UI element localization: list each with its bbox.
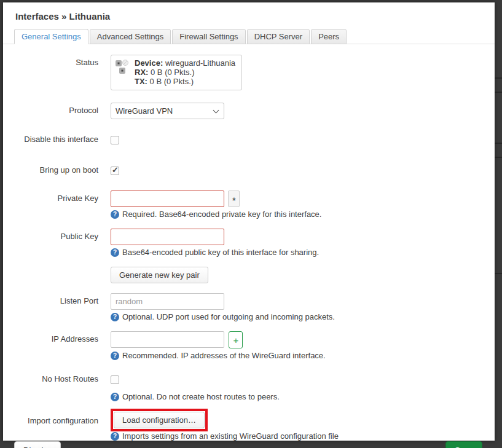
background-page-row-line bbox=[495, 157, 502, 158]
annotation-highlight-box: Load configuration… bbox=[111, 409, 208, 431]
save-button[interactable]: Save bbox=[445, 441, 482, 448]
tab-firewall-settings[interactable]: Firewall Settings bbox=[172, 29, 245, 44]
public-key-label: Public Key bbox=[3, 229, 111, 242]
private-key-label: Private Key bbox=[3, 191, 111, 203]
status-device-line: Device: wireguard-Lithuania bbox=[135, 58, 235, 68]
ip-addresses-row: IP Addresses + ? Recommended. IP address… bbox=[3, 331, 495, 361]
status-text: Device: wireguard-Lithuania RX: 0 B (0 P… bbox=[135, 58, 235, 86]
tab-peers[interactable]: Peers bbox=[311, 29, 347, 44]
protocol-label: Protocol bbox=[3, 103, 111, 116]
background-page-row-line bbox=[495, 77, 502, 79]
tunnel-interface-icon bbox=[115, 59, 131, 76]
tab-advanced-settings[interactable]: Advanced Settings bbox=[90, 29, 171, 44]
help-icon: ? bbox=[111, 248, 119, 257]
import-configuration-row: Import configuration Load configuration…… bbox=[3, 409, 495, 441]
status-rx-line: RX: 0 B (0 Pkts.) bbox=[135, 68, 235, 77]
no-host-routes-row: No Host Routes ? Optional. Do not create… bbox=[3, 374, 495, 402]
help-icon: ? bbox=[111, 210, 119, 219]
public-key-row: Public Key ? Base64-encoded public key o… bbox=[3, 229, 495, 257]
bring-up-on-boot-checkbox[interactable] bbox=[111, 167, 119, 175]
no-host-routes-help: ? Optional. Do not create host routes to… bbox=[111, 392, 495, 402]
listen-port-row: Listen Port ? Optional. UDP port used fo… bbox=[3, 293, 495, 322]
private-key-row: Private Key ∗ ? Required. Base64-encoded… bbox=[3, 191, 495, 219]
import-configuration-label: Import configuration bbox=[3, 409, 111, 426]
tab-general-settings[interactable]: General Settings bbox=[14, 29, 88, 44]
status-label: Status bbox=[3, 55, 111, 68]
public-key-input[interactable] bbox=[111, 229, 224, 245]
dismiss-button[interactable]: Dismiss bbox=[14, 441, 61, 448]
protocol-row: Protocol WireGuard VPN bbox=[3, 103, 495, 119]
public-key-help: ? Base64-encoded public key of this inte… bbox=[111, 248, 495, 257]
status-tx-line: TX: 0 B (0 Pkts.) bbox=[135, 77, 235, 86]
protocol-select[interactable]: WireGuard VPN bbox=[111, 103, 224, 119]
generate-key-row: Generate new key pair bbox=[3, 267, 495, 283]
ip-addresses-input[interactable] bbox=[111, 331, 224, 348]
import-configuration-help: ? Imports settings from an existing Wire… bbox=[111, 431, 495, 441]
tab-dhcp-server[interactable]: DHCP Server bbox=[247, 29, 310, 44]
status-box: Device: wireguard-Lithuania RX: 0 B (0 P… bbox=[111, 55, 242, 90]
no-host-routes-label: No Host Routes bbox=[3, 374, 111, 384]
protocol-selected-value: WireGuard VPN bbox=[116, 106, 173, 116]
listen-port-help-text: Optional. UDP port used for outgoing and… bbox=[122, 312, 335, 322]
generate-key-pair-button[interactable]: Generate new key pair bbox=[111, 267, 208, 283]
background-page-row-line bbox=[495, 143, 502, 144]
private-key-input[interactable] bbox=[111, 191, 224, 207]
bring-up-on-boot-label: Bring up on boot bbox=[3, 165, 111, 175]
status-row: Status Device: wireguard-Lithuania RX: 0… bbox=[3, 55, 495, 90]
help-icon: ? bbox=[111, 393, 119, 401]
bring-up-on-boot-row: Bring up on boot bbox=[3, 165, 495, 178]
page-title: Interfaces » Lithuania bbox=[3, 2, 495, 22]
interface-edit-dialog: Interfaces » Lithuania General SettingsA… bbox=[3, 2, 495, 441]
disable-interface-checkbox[interactable] bbox=[111, 136, 119, 144]
chevron-down-icon bbox=[213, 108, 219, 114]
ip-addresses-help: ? Recommended. IP addresses of the WireG… bbox=[111, 351, 495, 361]
no-host-routes-help-text: Optional. Do not create host routes to p… bbox=[122, 392, 280, 402]
listen-port-help: ? Optional. UDP port used for outgoing a… bbox=[111, 312, 495, 322]
background-page-row-line bbox=[495, 273, 502, 274]
no-host-routes-checkbox[interactable] bbox=[111, 375, 119, 384]
ip-addresses-help-text: Recommended. IP addresses of the WireGua… bbox=[122, 351, 326, 361]
add-ip-button[interactable]: + bbox=[229, 331, 243, 348]
general-settings-form: Status Device: wireguard-Lithuania RX: 0… bbox=[3, 44, 495, 441]
private-key-help-text: Required. Base64-encoded private key for… bbox=[122, 210, 321, 219]
reveal-password-button[interactable]: ∗ bbox=[228, 191, 240, 207]
tab-bar: General SettingsAdvanced SettingsFirewal… bbox=[3, 29, 495, 44]
dialog-footer: Dismiss Save bbox=[3, 441, 495, 448]
listen-port-input[interactable] bbox=[111, 293, 224, 310]
load-configuration-button[interactable]: Load configuration… bbox=[114, 412, 205, 428]
import-configuration-help-text: Imports settings from an existing WireGu… bbox=[122, 431, 339, 441]
background-page-row-line bbox=[495, 92, 502, 93]
public-key-help-text: Base64-encoded public key of this interf… bbox=[122, 248, 319, 257]
help-icon: ? bbox=[111, 352, 119, 360]
listen-port-label: Listen Port bbox=[3, 293, 111, 306]
disable-interface-row: Disable this interface bbox=[3, 134, 495, 147]
private-key-help: ? Required. Base64-encoded private key f… bbox=[111, 210, 495, 219]
help-icon: ? bbox=[111, 313, 119, 321]
disable-interface-label: Disable this interface bbox=[3, 134, 111, 144]
ip-addresses-label: IP Addresses bbox=[3, 331, 111, 344]
help-icon: ? bbox=[111, 432, 119, 441]
